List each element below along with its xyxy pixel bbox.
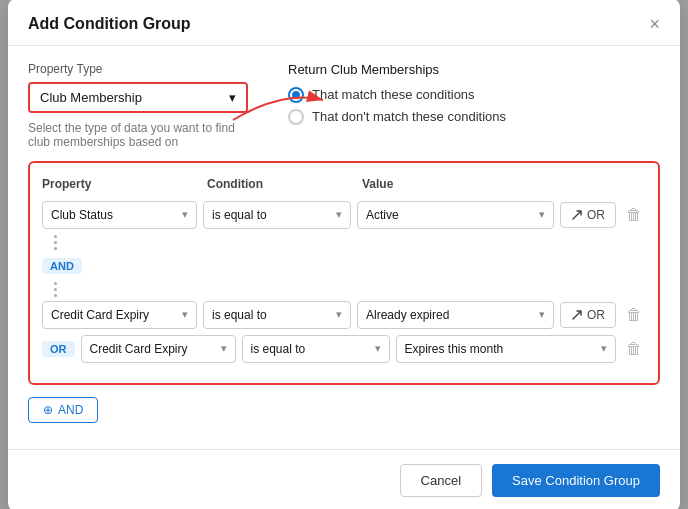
chevron-down-icon: ▾: [375, 342, 381, 355]
chevron-down-icon: ▾: [229, 90, 236, 105]
or-button-2[interactable]: OR: [560, 302, 616, 328]
chevron-down-icon: ▾: [182, 208, 188, 221]
modal-overlay: Add Condition Group × Property Type Club…: [0, 0, 688, 509]
modal-body: Property Type Club Membership ▾ Select t…: [8, 46, 680, 439]
value-text-1: Active: [366, 208, 399, 222]
condition-select-1[interactable]: is equal to ▾: [203, 201, 351, 229]
delete-row-3[interactable]: 🗑: [622, 340, 646, 358]
conditions-header: Property Condition Value: [42, 177, 646, 191]
radio-circle-no-match: [288, 109, 304, 125]
or-sub-row: OR Credit Card Expiry ▾ is equal to ▾ Ex…: [42, 335, 646, 363]
chevron-down-icon: ▾: [182, 308, 188, 321]
save-button[interactable]: Save Condition Group: [492, 464, 660, 497]
or-button-1[interactable]: OR: [560, 202, 616, 228]
or-icon-2: [571, 309, 583, 321]
condition-row-1: Club Status ▾ is equal to ▾ Active ▾ OR: [42, 201, 646, 229]
condition-value-2: is equal to: [212, 308, 267, 322]
add-and-label: AND: [58, 403, 83, 417]
radio-dot-match: [292, 91, 300, 99]
and-badge: AND: [42, 258, 82, 274]
or-sub-badge: OR: [42, 341, 75, 357]
property-select-3[interactable]: Credit Card Expiry ▾: [81, 335, 236, 363]
radio-circle-match: [288, 87, 304, 103]
radio-item-match[interactable]: That match these conditions: [288, 87, 660, 103]
property-type-value: Club Membership: [40, 90, 142, 105]
left-section: Property Type Club Membership ▾ Select t…: [28, 62, 248, 149]
condition-value-1: is equal to: [212, 208, 267, 222]
delete-row-2[interactable]: 🗑: [622, 306, 646, 324]
value-text-3: Expires this month: [405, 342, 504, 356]
chevron-down-icon: ▾: [336, 308, 342, 321]
col-condition-header: Condition: [207, 177, 362, 191]
or-icon-1: [571, 209, 583, 221]
value-select-1[interactable]: Active ▾: [357, 201, 554, 229]
condition-select-2[interactable]: is equal to ▾: [203, 301, 351, 329]
chevron-down-icon: ▾: [539, 308, 545, 321]
plus-icon: ⊕: [43, 403, 53, 417]
chevron-down-icon: ▾: [221, 342, 227, 355]
col-property-header: Property: [42, 177, 207, 191]
or-label-2: OR: [587, 308, 605, 322]
property-type-label: Property Type: [28, 62, 248, 76]
delete-row-1[interactable]: 🗑: [622, 206, 646, 224]
cancel-button[interactable]: Cancel: [400, 464, 482, 497]
add-and-section: ⊕ AND: [28, 397, 660, 423]
modal: Add Condition Group × Property Type Club…: [8, 0, 680, 509]
condition-value-3: is equal to: [251, 342, 306, 356]
value-select-2[interactable]: Already expired ▾: [357, 301, 554, 329]
property-select-2[interactable]: Credit Card Expiry ▾: [42, 301, 197, 329]
property-type-box: Club Membership ▾: [28, 82, 248, 113]
chevron-down-icon: ▾: [539, 208, 545, 221]
and-separator: AND: [42, 235, 646, 297]
modal-header: Add Condition Group ×: [8, 0, 680, 46]
top-section: Property Type Club Membership ▾ Select t…: [28, 62, 660, 149]
return-label: Return Club Memberships: [288, 62, 660, 77]
property-type-select[interactable]: Club Membership ▾: [30, 84, 246, 111]
radio-label-match: That match these conditions: [312, 87, 475, 102]
right-section: Return Club Memberships That match these…: [288, 62, 660, 125]
condition-row-2: Credit Card Expiry ▾ is equal to ▾ Alrea…: [42, 301, 646, 329]
hint-text: Select the type of data you want to find…: [28, 121, 248, 149]
radio-item-no-match[interactable]: That don't match these conditions: [288, 109, 660, 125]
col-value-header: Value: [362, 177, 646, 191]
property-value-1: Club Status: [51, 208, 113, 222]
value-select-3[interactable]: Expires this month ▾: [396, 335, 617, 363]
modal-footer: Cancel Save Condition Group: [8, 449, 680, 510]
chevron-down-icon: ▾: [601, 342, 607, 355]
close-button[interactable]: ×: [649, 15, 660, 33]
condition-select-3[interactable]: is equal to ▾: [242, 335, 390, 363]
modal-title: Add Condition Group: [28, 15, 191, 33]
or-label-1: OR: [587, 208, 605, 222]
property-value-3: Credit Card Expiry: [90, 342, 188, 356]
radio-label-no-match: That don't match these conditions: [312, 109, 506, 124]
property-value-2: Credit Card Expiry: [51, 308, 149, 322]
radio-group: That match these conditions That don't m…: [288, 87, 660, 125]
property-select-1[interactable]: Club Status ▾: [42, 201, 197, 229]
add-and-button[interactable]: ⊕ AND: [28, 397, 98, 423]
chevron-down-icon: ▾: [336, 208, 342, 221]
conditions-section: Property Condition Value Club Status ▾ i…: [28, 161, 660, 385]
value-text-2: Already expired: [366, 308, 449, 322]
